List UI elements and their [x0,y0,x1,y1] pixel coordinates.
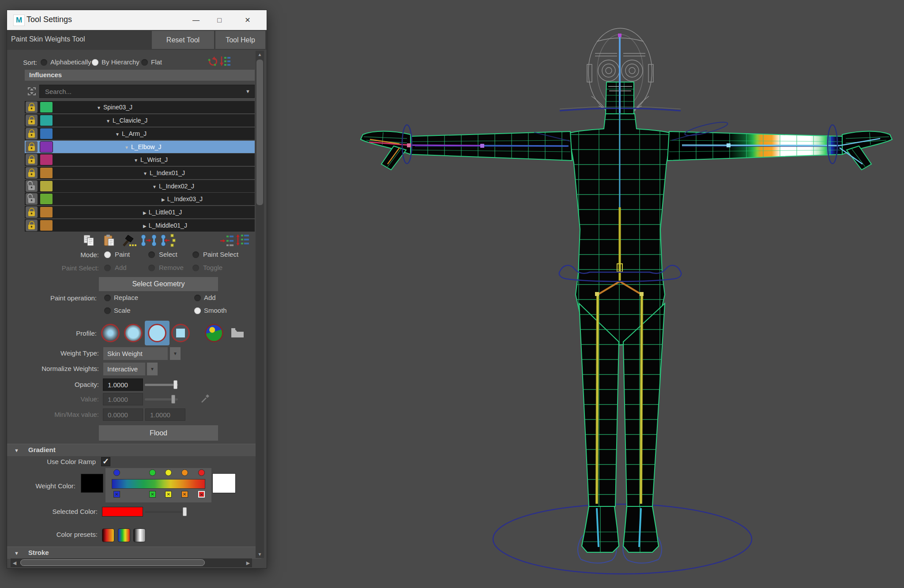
joint-row-spine03[interactable]: ▼Spine03_J [25,101,255,113]
op-add-radio[interactable] [194,295,201,301]
opacity-slider-handle[interactable] [173,380,177,389]
weight-type-dropdown[interactable]: Skin Weight [103,347,168,360]
selected-color-slider-track[interactable] [145,511,186,513]
joint-color-swatch[interactable] [40,115,53,126]
mode-paint-select-label[interactable]: Paint Select [203,251,238,258]
maximize-button[interactable]: □ [209,10,230,30]
sort-flat-label[interactable]: Flat [151,58,162,66]
ramp-handle-dot[interactable] [113,469,120,476]
weight-type-dropdown-arrow[interactable]: ▼ [170,347,181,360]
close-button[interactable]: ✕ [237,10,258,30]
minimize-button[interactable]: — [186,10,206,30]
selected-color-swatch[interactable] [102,507,143,517]
op-scale-radio[interactable] [104,307,111,314]
mode-paint-label[interactable]: Paint [115,251,130,258]
weight-color-low-swatch[interactable] [81,474,103,493]
joint-row-l-arm[interactable]: ▼L_Arm_J [25,127,255,140]
expand-icon[interactable]: ▼ [97,105,101,110]
joint-row-l-elbow[interactable]: ▼L_Elbow_J [25,141,255,153]
preset-rainbow-swatch[interactable] [118,528,130,542]
lock-button[interactable] [26,154,38,165]
ramp-handle-dot[interactable] [198,469,205,476]
select-influence-icon[interactable] [26,86,37,97]
lock-button[interactable] [26,180,38,192]
op-add-label[interactable]: Add [204,294,216,301]
sort-influences-icon[interactable] [219,56,231,68]
scroll-up-icon[interactable]: ▲ [256,51,264,58]
lock-button[interactable] [26,206,38,218]
expand-icon[interactable]: ▼ [115,132,120,137]
gradient-section-header[interactable]: ▼ Gradient [7,444,261,456]
expand-icon[interactable]: ▶ [143,210,147,215]
collapse-stroke-icon[interactable]: ▼ [14,551,19,556]
ramp-handle-dot[interactable] [165,469,172,476]
joint-row-l-clavicle[interactable]: ▼L_Clavicle_J [25,114,255,127]
vertical-scrollbar[interactable]: ▲ ▼ [256,51,264,558]
ramp-handle-dot[interactable] [149,469,156,476]
expand-icon[interactable]: ▼ [152,184,157,189]
ramp-delete-marker[interactable]: ✕ [181,491,188,498]
expand-icon[interactable]: ▼ [143,171,147,176]
horizontal-scroll-thumb[interactable] [20,559,205,566]
scroll-down-icon[interactable]: ▼ [256,551,264,558]
joint-color-swatch[interactable] [40,206,53,218]
tool-help-button[interactable]: Tool Help [215,31,265,49]
select-geometry-button[interactable]: Select Geometry [99,277,218,291]
expand-icon[interactable]: ▶ [162,197,165,202]
sort-flat-radio[interactable] [141,59,148,66]
joint-color-swatch[interactable] [40,220,53,231]
collapse-gradient-icon[interactable]: ▼ [14,448,19,453]
joint-row-l-index03[interactable]: ▶L_Index03_J [25,193,255,205]
ramp-delete-marker[interactable]: ✕ [165,491,172,498]
mode-paint-select-radio[interactable] [192,251,199,258]
ramp-handle-dot[interactable] [181,469,188,476]
expand-icon[interactable]: ▼ [134,158,138,163]
op-replace-label[interactable]: Replace [114,294,138,301]
lock-button[interactable] [26,101,38,113]
reset-tool-button[interactable]: Reset Tool [152,31,214,49]
brush-soft-icon[interactable] [124,324,143,342]
color-ramp[interactable]: ✕✕✕✕✕ [105,468,211,502]
sort-by-hierarchy-label[interactable]: By Hierarchy [102,58,139,66]
scroll-right-icon[interactable]: ▶ [244,558,252,567]
normalize-weights-dropdown[interactable]: Interactive [103,363,145,375]
sort-alphabetically-radio[interactable] [41,59,47,66]
lock-button[interactable] [26,193,38,205]
use-color-ramp-checkbox[interactable] [101,457,110,466]
mode-select-radio[interactable] [148,251,155,258]
ramp-delete-marker[interactable]: ✕ [198,491,205,498]
hammer-weights-icon[interactable] [121,233,137,247]
stroke-section-header[interactable]: ▼ Stroke [7,547,261,559]
sort-by-hierarchy-radio[interactable] [92,59,98,66]
window-titlebar[interactable]: M Tool Settings — □ ✕ [7,10,267,30]
opacity-input[interactable] [103,378,143,391]
weight-color-high-swatch[interactable] [212,473,236,493]
flood-button[interactable]: Flood [99,425,218,441]
op-scale-label[interactable]: Scale [114,307,131,314]
copy-weights-icon[interactable] [83,234,97,247]
joint-color-swatch[interactable] [40,180,53,192]
brush-image-icon[interactable] [205,324,223,342]
joint-row-l-wrist[interactable]: ▼L_Wrist_J [25,154,255,166]
lock-button[interactable] [26,167,38,179]
joint-color-swatch[interactable] [40,141,53,153]
op-smooth-label[interactable]: Smooth [204,307,227,314]
paste-weights-icon[interactable] [103,234,117,247]
joint-color-swatch[interactable] [40,101,53,113]
joint-color-swatch[interactable] [40,128,53,139]
expand-icon[interactable]: ▼ [106,119,110,124]
copy-vertex-weights-icon[interactable] [140,233,157,247]
ramp-gradient-bar[interactable] [112,479,205,489]
paste-vertex-weights-icon[interactable] [159,233,176,247]
brush-solid-icon[interactable] [148,324,166,342]
opacity-slider-track[interactable] [145,384,178,386]
lock-button[interactable] [26,115,38,126]
brush-gaussian-icon[interactable] [101,324,120,342]
selected-color-slider-handle[interactable] [183,507,187,516]
vertical-scroll-thumb[interactable] [256,60,263,205]
joint-row-l-index01[interactable]: ▼L_Index01_J [25,167,255,179]
ramp-delete-marker[interactable]: ✕ [113,491,120,498]
lock-button[interactable] [26,128,38,139]
browse-brush-folder-icon[interactable] [230,326,245,338]
refresh-influences-icon[interactable] [207,56,218,67]
